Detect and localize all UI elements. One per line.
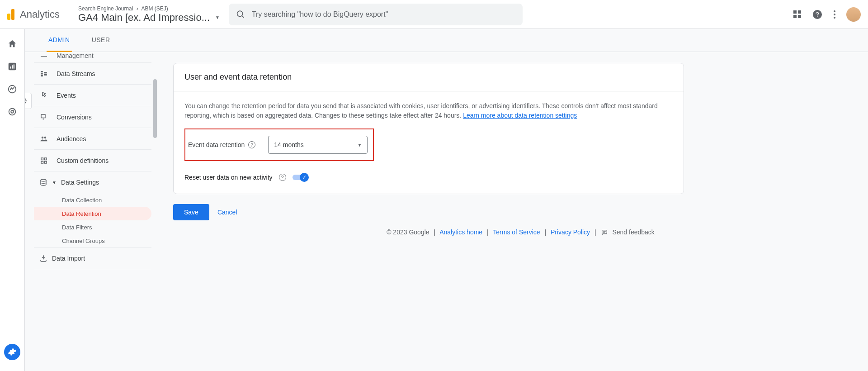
- svg-rect-22: [45, 161, 47, 163]
- sidebar-sub-channel-groups[interactable]: Channel Groups: [34, 234, 151, 247]
- sidebar-item-label: Data Streams: [57, 70, 95, 77]
- select-value: 14 months: [274, 141, 303, 148]
- cancel-button[interactable]: Cancel: [217, 209, 237, 216]
- footer-feedback-link[interactable]: Send feedback: [612, 228, 654, 236]
- product-name: Analytics: [20, 9, 60, 20]
- learn-more-link[interactable]: Learn more about data retention settings: [463, 112, 577, 119]
- svg-rect-5: [10, 67, 11, 69]
- sidebar-item-audiences[interactable]: Audiences: [34, 128, 151, 150]
- footer-analytics-home-link[interactable]: Analytics home: [439, 228, 482, 236]
- admin-gear-button[interactable]: [4, 344, 20, 360]
- caret-down-icon: ▼: [357, 143, 362, 147]
- card-title: User and event data retention: [174, 63, 684, 91]
- svg-rect-21: [41, 161, 43, 163]
- reset-user-data-toggle[interactable]: ✓: [292, 173, 309, 182]
- sidebar-item-label: Data Import: [52, 255, 85, 262]
- search-bar[interactable]: [229, 4, 523, 25]
- svg-rect-19: [41, 158, 43, 160]
- dropdown-arrow-icon[interactable]: ▼: [215, 15, 220, 20]
- save-button[interactable]: Save: [173, 204, 209, 220]
- back-button[interactable]: [25, 93, 32, 109]
- sidebar-sub-data-collection[interactable]: Data Collection: [34, 193, 151, 207]
- svg-text:?: ?: [816, 11, 819, 18]
- help-icon[interactable]: ?: [812, 9, 823, 20]
- svg-rect-20: [45, 158, 47, 160]
- sidebar-item-data-streams[interactable]: Data Streams: [34, 63, 151, 85]
- admin-sidebar: — Management Data Streams Events Convers…: [25, 52, 160, 371]
- reset-user-data-label: Reset user data on new activity: [184, 174, 273, 181]
- search-input[interactable]: [252, 10, 515, 19]
- check-icon: ✓: [300, 173, 309, 182]
- reset-user-data-row: Reset user data on new activity ? ✓: [184, 173, 673, 182]
- sidebar-item-label: Data Settings: [61, 179, 99, 186]
- tab-user[interactable]: USER: [90, 29, 112, 52]
- svg-point-0: [237, 11, 243, 16]
- user-avatar[interactable]: [846, 7, 861, 22]
- management-icon: —: [39, 52, 48, 59]
- help-icon[interactable]: ?: [279, 174, 286, 181]
- sidebar-item-events[interactable]: Events: [34, 85, 151, 106]
- search-icon: [236, 10, 245, 19]
- scrollbar-thumb[interactable]: [153, 79, 157, 138]
- events-icon: [39, 91, 48, 100]
- diagnostics-icon[interactable]: [793, 10, 801, 18]
- sidebar-item-custom-definitions[interactable]: Custom definitions: [34, 150, 151, 171]
- logo-area: Analytics: [7, 9, 60, 20]
- sidebar-sub-data-filters[interactable]: Data Filters: [34, 220, 151, 234]
- svg-rect-13: [41, 75, 43, 76]
- sidebar-item-conversions[interactable]: Conversions: [34, 106, 151, 128]
- svg-point-17: [42, 136, 44, 138]
- feedback-icon: [601, 228, 608, 236]
- footer: © 2023 Google | Analytics home | Terms o…: [173, 220, 868, 244]
- property-selector[interactable]: Search Engine Journal › ABM (SEJ) GA4 Ma…: [69, 5, 220, 24]
- sidebar-sub-data-retention[interactable]: Data Retention: [34, 207, 151, 220]
- svg-point-10: [11, 110, 14, 113]
- svg-rect-7: [14, 64, 14, 68]
- header-actions: ?: [793, 7, 861, 22]
- svg-line-1: [242, 15, 244, 17]
- sidebar-item-label: Events: [57, 92, 76, 99]
- svg-rect-6: [12, 65, 13, 68]
- more-menu-icon[interactable]: [834, 10, 835, 19]
- retention-card: User and event data retention You can ch…: [173, 63, 684, 194]
- svg-rect-15: [44, 74, 47, 75]
- footer-privacy-link[interactable]: Privacy Policy: [551, 228, 590, 236]
- breadcrumb-property: ABM (SEJ): [141, 5, 168, 12]
- help-icon[interactable]: ?: [248, 141, 255, 148]
- admin-tabs: ADMIN USER: [25, 29, 868, 52]
- data-streams-icon: [39, 70, 48, 78]
- explore-icon[interactable]: [7, 84, 17, 94]
- svg-rect-14: [44, 72, 47, 73]
- svg-rect-11: [41, 71, 43, 72]
- sidebar-item-label: Custom definitions: [57, 157, 108, 164]
- footer-copyright: © 2023 Google: [387, 228, 429, 236]
- svg-rect-12: [41, 73, 43, 74]
- audiences-icon: [39, 135, 48, 143]
- action-buttons: Save Cancel: [173, 204, 868, 220]
- svg-point-23: [41, 179, 46, 181]
- event-retention-select[interactable]: 14 months ▼: [268, 136, 368, 154]
- app-header: Analytics Search Engine Journal › ABM (S…: [0, 0, 868, 29]
- custom-definitions-icon: [39, 157, 48, 165]
- svg-rect-16: [41, 114, 45, 118]
- analytics-logo-icon: [7, 9, 14, 20]
- tab-admin[interactable]: ADMIN: [47, 29, 72, 52]
- sidebar-item-data-settings[interactable]: ▼ Data Settings: [34, 171, 151, 193]
- nav-rail: [0, 29, 25, 371]
- breadcrumb-account: Search Engine Journal: [78, 5, 133, 12]
- advertising-icon[interactable]: [7, 107, 17, 117]
- data-import-icon: [39, 254, 47, 262]
- caret-down-icon: ▼: [52, 180, 57, 185]
- data-settings-icon: [39, 178, 47, 186]
- reports-icon[interactable]: [7, 62, 17, 71]
- breadcrumb: Search Engine Journal › ABM (SEJ): [78, 5, 220, 12]
- home-icon[interactable]: [7, 39, 17, 49]
- event-retention-highlight: Event data retention ? 14 months ▼: [184, 128, 374, 161]
- event-retention-label: Event data retention: [188, 141, 245, 148]
- sidebar-item-label: Conversions: [57, 114, 92, 121]
- sidebar-item-data-import[interactable]: Data Import: [34, 247, 151, 269]
- footer-tos-link[interactable]: Terms of Service: [493, 228, 540, 236]
- sidebar-item-management[interactable]: — Management: [34, 52, 151, 63]
- property-name: GA4 Main [ex. Ad Impressio...: [78, 12, 210, 24]
- conversions-icon: [39, 113, 48, 121]
